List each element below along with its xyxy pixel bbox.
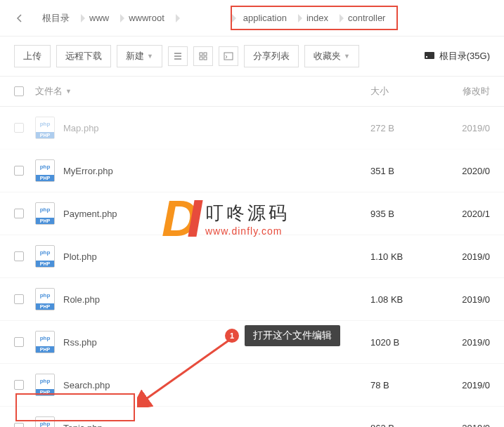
svg-rect-2: [200, 57, 202, 60]
file-name: Topic.php: [63, 423, 103, 428]
table-row[interactable]: Role.php1.08 KB2019/0: [0, 278, 504, 321]
file-size: 862 B: [370, 423, 448, 428]
row-checkbox[interactable]: [14, 294, 24, 304]
crumb-www[interactable]: www: [79, 8, 119, 27]
annotation-text: 打开这个文件编辑: [245, 325, 340, 346]
table-header: 文件名▼ 大小 修改时: [0, 77, 504, 107]
php-file-icon: [35, 288, 55, 310]
crumb-hidden[interactable]: [174, 14, 231, 22]
file-name: Payment.php: [63, 209, 117, 219]
toolbar: 上传 远程下载 新建▼ 分享列表 收藏夹▼ 根目录(35G): [0, 37, 504, 77]
select-all-checkbox[interactable]: [14, 86, 24, 96]
crumb-application[interactable]: application: [233, 8, 297, 27]
file-date: 2019/0: [448, 294, 490, 305]
file-name: Role.php: [63, 294, 100, 305]
php-file-icon: [35, 159, 55, 182]
column-size[interactable]: 大小: [370, 85, 448, 98]
file-name: Search.php: [63, 380, 110, 390]
svg-rect-1: [204, 53, 207, 55]
file-size: 1020 B: [370, 337, 448, 348]
terminal-icon[interactable]: [219, 46, 238, 66]
file-date: 2019/0: [448, 337, 490, 348]
file-date: 2019/0: [448, 423, 490, 428]
disk-icon: [424, 51, 435, 62]
file-size: 935 B: [370, 209, 448, 219]
file-date: 2020/0: [448, 166, 490, 176]
breadcrumb: 根目录 www wwwroot application index contro…: [0, 0, 504, 37]
row-checkbox[interactable]: [14, 380, 24, 390]
svg-rect-0: [200, 53, 202, 55]
file-date: 2019/0: [448, 251, 490, 262]
svg-rect-5: [425, 52, 434, 59]
back-arrow-icon[interactable]: [14, 13, 25, 24]
file-date: 2019/0: [448, 380, 490, 390]
table-row[interactable]: Map.php272 B2019/0: [0, 107, 504, 150]
php-file-icon: [35, 331, 55, 353]
table-row[interactable]: Payment.php935 B2020/1: [0, 192, 504, 235]
row-checkbox[interactable]: [14, 209, 24, 218]
file-size: 272 B: [370, 123, 448, 133]
table-row[interactable]: Plot.php1.10 KB2019/0: [0, 235, 504, 278]
php-file-icon: [35, 374, 55, 396]
crumb-index[interactable]: index: [297, 8, 338, 27]
row-checkbox[interactable]: [14, 123, 24, 133]
crumb-root[interactable]: 根目录: [32, 8, 79, 29]
crumb-wwwroot[interactable]: wwwroot: [119, 8, 174, 27]
annotation-number: 1: [225, 329, 239, 343]
share-list-button[interactable]: 分享列表: [244, 45, 299, 67]
svg-rect-3: [204, 57, 207, 60]
php-file-icon: [35, 117, 55, 139]
column-name[interactable]: 文件名▼: [35, 85, 370, 98]
table-row[interactable]: Search.php78 B2019/0: [0, 364, 504, 407]
file-name: Plot.php: [63, 251, 97, 262]
svg-rect-4: [224, 53, 233, 60]
row-checkbox[interactable]: [14, 251, 24, 261]
file-list: Map.php272 B2019/0MyError.php351 B2020/0…: [0, 107, 504, 427]
row-checkbox[interactable]: [14, 337, 24, 347]
file-size: 1.10 KB: [370, 251, 448, 262]
column-date[interactable]: 修改时: [448, 85, 490, 98]
favorites-button[interactable]: 收藏夹▼: [304, 45, 359, 67]
row-checkbox[interactable]: [14, 423, 24, 427]
php-file-icon: [35, 202, 55, 225]
file-name: MyError.php: [63, 166, 113, 176]
php-file-icon: [35, 245, 55, 268]
disk-info: 根目录(35G): [424, 50, 490, 63]
file-date: 2019/0: [448, 123, 490, 133]
remote-download-button[interactable]: 远程下载: [56, 45, 111, 67]
highlighted-path: application index controller: [231, 6, 399, 30]
file-date: 2020/1: [448, 209, 490, 219]
svg-rect-6: [426, 56, 427, 58]
view-list-icon[interactable]: [168, 46, 188, 66]
upload-button[interactable]: 上传: [14, 45, 51, 67]
annotation: 1 打开这个文件编辑: [225, 325, 340, 346]
view-grid-icon[interactable]: [193, 46, 213, 66]
crumb-controller[interactable]: controller: [338, 8, 395, 27]
table-row[interactable]: Topic.php862 B2019/0: [0, 407, 504, 427]
file-size: 78 B: [370, 380, 448, 390]
row-checkbox[interactable]: [14, 166, 24, 176]
table-row[interactable]: MyError.php351 B2020/0: [0, 150, 504, 192]
file-name: Map.php: [63, 123, 99, 133]
new-button[interactable]: 新建▼: [117, 45, 162, 67]
file-size: 351 B: [370, 166, 448, 176]
file-name: Rss.php: [63, 337, 97, 348]
php-file-icon: [35, 416, 55, 427]
file-size: 1.08 KB: [370, 294, 448, 305]
